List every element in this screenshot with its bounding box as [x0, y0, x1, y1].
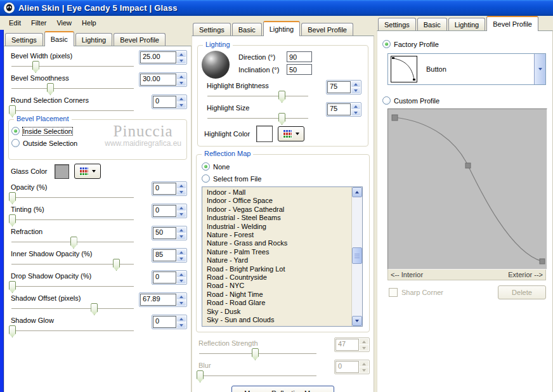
- slider-thumb[interactable]: [9, 281, 16, 293]
- direction-input[interactable]: 90: [287, 51, 312, 62]
- bevel-profile-curve-editor[interactable]: [387, 108, 547, 270]
- spin-down-button[interactable]: [177, 278, 186, 284]
- spin-down-button[interactable]: [177, 211, 186, 217]
- tab-lighting[interactable]: Lighting: [263, 21, 301, 36]
- param-value-input[interactable]: 30.00: [140, 74, 176, 86]
- slider-thumb[interactable]: [32, 61, 39, 73]
- slider-track[interactable]: [11, 264, 134, 265]
- slider-track[interactable]: [11, 242, 134, 243]
- slider-thumb[interactable]: [278, 113, 285, 125]
- list-item-road-night-time[interactable]: Road - Night Time: [202, 291, 362, 299]
- light-sphere-control[interactable]: [202, 51, 230, 79]
- list-item-road-road-glare[interactable]: Road - Road Glare: [202, 299, 362, 307]
- list-item-nature-palm-trees[interactable]: Nature - Palm Trees: [202, 248, 362, 256]
- list-item-indoor-mall[interactable]: Indoor - Mall: [202, 188, 362, 197]
- tab-bevel-profile[interactable]: Bevel Profile: [114, 33, 166, 46]
- spin-up-button[interactable]: [177, 96, 186, 101]
- scroll-up-button[interactable]: [352, 187, 362, 197]
- spin-down-button[interactable]: [177, 256, 186, 261]
- slider-track[interactable]: [207, 96, 308, 97]
- spin-down-button[interactable]: [351, 110, 360, 115]
- menu-item-help[interactable]: Help: [77, 17, 101, 29]
- spin-up-button[interactable]: [177, 227, 186, 233]
- slider-track[interactable]: [11, 330, 134, 332]
- spin-down-button[interactable]: [360, 345, 368, 351]
- spin-up-button[interactable]: [177, 51, 186, 57]
- param-value-input[interactable]: 75: [327, 103, 351, 115]
- list-item-nature-grass-and-rocks[interactable]: Nature - Grass and Rocks: [202, 239, 362, 247]
- menu-item-filter[interactable]: Filter: [26, 17, 51, 29]
- slider-thumb[interactable]: [9, 192, 16, 204]
- slider-track[interactable]: [11, 197, 134, 199]
- tab-bevel-profile[interactable]: Bevel Profile: [486, 16, 538, 31]
- spin-up-button[interactable]: [177, 271, 186, 277]
- tab-bevel-profile[interactable]: Bevel Profile: [301, 23, 353, 36]
- slider-track[interactable]: [11, 88, 134, 89]
- spin-down-button[interactable]: [177, 189, 186, 195]
- param-value-input[interactable]: 85: [153, 249, 176, 261]
- param-value-input[interactable]: 75: [327, 81, 351, 93]
- slider-track[interactable]: [11, 308, 134, 310]
- spin-down-button[interactable]: [177, 322, 186, 328]
- list-item-nature-yard[interactable]: Nature - Yard: [202, 256, 362, 265]
- radio-outside-selection[interactable]: Outside Selection: [11, 138, 186, 148]
- scroll-down-button[interactable]: [352, 316, 362, 326]
- spin-down-button[interactable]: [177, 233, 186, 239]
- slider-thumb[interactable]: [9, 325, 16, 337]
- slider-track[interactable]: [11, 219, 134, 221]
- tab-lighting[interactable]: Lighting: [448, 18, 486, 30]
- slider-thumb[interactable]: [113, 259, 120, 271]
- tab-basic[interactable]: Basic: [417, 18, 447, 30]
- factory-profile-combobox[interactable]: Button: [387, 53, 546, 85]
- param-value-input[interactable]: 25.00: [140, 51, 176, 63]
- spin-down-button[interactable]: [177, 102, 186, 108]
- spin-down-button[interactable]: [360, 367, 368, 373]
- spin-up-button[interactable]: [360, 339, 368, 344]
- list-item-sky-sun-and-clouds[interactable]: Sky - Sun and Clouds: [202, 316, 362, 324]
- tab-settings[interactable]: Settings: [378, 18, 416, 30]
- slider-thumb[interactable]: [91, 303, 98, 315]
- spin-up-button[interactable]: [351, 103, 360, 109]
- custom-profile-radio[interactable]: Custom Profile: [382, 95, 552, 106]
- spin-up-button[interactable]: [177, 316, 186, 322]
- spin-up-button[interactable]: [351, 81, 360, 87]
- tab-settings[interactable]: Settings: [193, 23, 231, 36]
- spin-down-button[interactable]: [351, 88, 360, 93]
- spin-down-button[interactable]: [177, 58, 186, 63]
- slider-track[interactable]: [11, 110, 134, 112]
- factory-profile-radio[interactable]: Factory Profile: [382, 39, 552, 49]
- list-item-sky-dusk[interactable]: Sky - Dusk: [202, 308, 362, 316]
- list-item-indoor-vegas-cathedral[interactable]: Indoor - Vegas Cathedral: [202, 206, 362, 214]
- slider-track[interactable]: [199, 353, 316, 355]
- list-item-nature-forest[interactable]: Nature - Forest: [202, 231, 362, 239]
- slider-thumb[interactable]: [278, 91, 285, 103]
- spin-up-button[interactable]: [177, 74, 186, 79]
- param-value-input[interactable]: 0: [153, 205, 176, 217]
- tab-basic[interactable]: Basic: [232, 23, 262, 36]
- slider-thumb[interactable]: [70, 237, 77, 249]
- tab-settings[interactable]: Settings: [5, 33, 43, 46]
- radio-none[interactable]: None: [202, 161, 369, 172]
- scrollbar-thumb[interactable]: [352, 247, 362, 264]
- highlight-color-picker-button[interactable]: [278, 126, 304, 141]
- list-item-industrial-welding[interactable]: Industrial - Welding: [202, 223, 362, 231]
- slider-track[interactable]: [199, 376, 316, 377]
- inclination-input[interactable]: 50: [287, 64, 312, 75]
- menu-item-edit[interactable]: Edit: [4, 17, 26, 29]
- param-value-input[interactable]: 47: [335, 339, 359, 351]
- spin-up-button[interactable]: [177, 249, 186, 255]
- param-value-input[interactable]: 0: [153, 96, 176, 108]
- highlight-color-swatch[interactable]: [256, 126, 273, 142]
- list-item-road-nyc[interactable]: Road - NYC: [202, 282, 362, 290]
- param-value-input[interactable]: 0: [153, 271, 176, 284]
- radio-select-from-file[interactable]: Select from File: [202, 173, 369, 184]
- list-item-indoor-office-space[interactable]: Indoor - Office Space: [202, 197, 362, 205]
- list-item-road-bright-parking-lot[interactable]: Road - Bright Parking Lot: [202, 265, 362, 273]
- param-value-input[interactable]: 0: [335, 361, 359, 373]
- param-value-input[interactable]: 50: [153, 227, 176, 239]
- spin-down-button[interactable]: [177, 80, 186, 86]
- radio-inside-selection[interactable]: Inside Selection: [11, 126, 186, 136]
- slider-track[interactable]: [207, 118, 308, 119]
- slider-thumb[interactable]: [252, 348, 259, 360]
- param-value-input[interactable]: 0: [153, 183, 176, 195]
